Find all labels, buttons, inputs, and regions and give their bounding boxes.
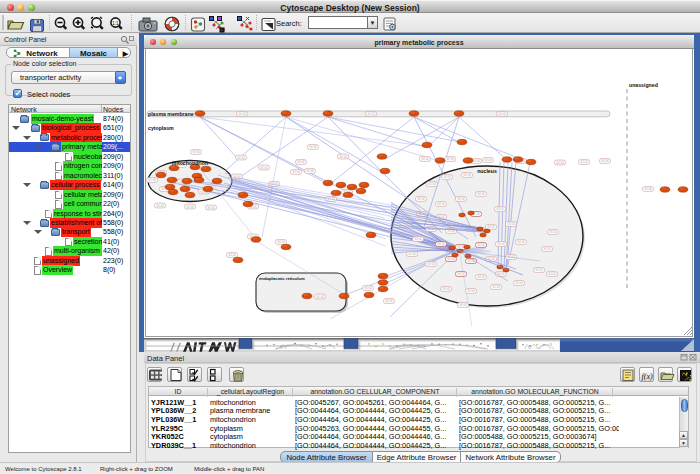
svg-text:GO:44: GO:44: [428, 182, 436, 186]
svg-text:GO:44: GO:44: [237, 156, 245, 160]
svg-text:GO:44: GO:44: [556, 161, 564, 165]
svg-text:GO:44: GO:44: [477, 243, 485, 247]
svg-text:GO:44: GO:44: [535, 268, 543, 272]
svg-text:GO:44: GO:44: [316, 295, 324, 299]
svg-text:GO:44: GO:44: [309, 145, 317, 149]
svg-text:GO:44: GO:44: [148, 178, 156, 182]
svg-text:GO:44: GO:44: [421, 157, 429, 161]
svg-text:GO:44: GO:44: [186, 205, 194, 209]
svg-text:GO:44: GO:44: [292, 170, 300, 174]
svg-text:GO:44: GO:44: [459, 303, 467, 307]
svg-text:GO:44: GO:44: [507, 222, 515, 226]
svg-text:GO:44: GO:44: [487, 225, 495, 229]
svg-text:GO:44: GO:44: [543, 247, 551, 251]
svg-text:plasma membrane: plasma membrane: [148, 111, 194, 117]
svg-text:GO:44: GO:44: [467, 289, 475, 293]
svg-text:GO:44: GO:44: [467, 259, 475, 263]
svg-text:mitochondrion: mitochondrion: [172, 160, 208, 166]
svg-text:GO:44: GO:44: [207, 206, 215, 210]
svg-text:GO:44: GO:44: [417, 197, 425, 201]
svg-text:1:1: 1:1: [112, 21, 119, 26]
svg-text:GO:44: GO:44: [238, 112, 246, 116]
svg-text:GO:44: GO:44: [601, 159, 609, 163]
svg-text:GO:44: GO:44: [487, 257, 495, 261]
svg-text:GO:44: GO:44: [447, 257, 455, 261]
svg-text:unassigned: unassigned: [629, 82, 658, 88]
svg-text:GO:44: GO:44: [339, 155, 347, 159]
svg-text:GO:44: GO:44: [277, 240, 285, 244]
svg-text:GO:44: GO:44: [580, 160, 588, 164]
svg-text:GO:44: GO:44: [367, 112, 375, 116]
svg-text:GO:44: GO:44: [192, 150, 200, 154]
svg-text:GO:44: GO:44: [437, 242, 445, 246]
svg-text:GO:44: GO:44: [477, 275, 485, 279]
svg-text:GO:44: GO:44: [549, 230, 557, 234]
svg-text:GO:44: GO:44: [408, 252, 416, 256]
svg-text:GO:44: GO:44: [260, 166, 268, 170]
svg-text:GO:44: GO:44: [306, 169, 314, 173]
svg-text:GO:44: GO:44: [228, 253, 236, 257]
svg-text:GO:44: GO:44: [497, 242, 505, 246]
svg-text:GO:44: GO:44: [498, 112, 506, 116]
svg-text:f(x): f(x): [642, 372, 653, 381]
svg-text:GO:44: GO:44: [496, 207, 504, 211]
svg-text:GO:44: GO:44: [443, 175, 451, 179]
svg-text:GO:44: GO:44: [414, 237, 422, 241]
svg-text:GO:44: GO:44: [484, 158, 492, 162]
svg-text:GO:44: GO:44: [446, 157, 454, 161]
svg-text:GO:44: GO:44: [517, 240, 525, 244]
svg-text:GO:44: GO:44: [515, 281, 523, 285]
svg-text:nucleus: nucleus: [477, 168, 497, 174]
svg-text:GO:44: GO:44: [297, 160, 305, 164]
svg-text:GO:44: GO:44: [644, 187, 652, 191]
svg-text:GO:44: GO:44: [442, 287, 450, 291]
svg-text:GO:44: GO:44: [477, 192, 485, 196]
svg-text:GO:44: GO:44: [364, 286, 372, 290]
svg-text:GO:44: GO:44: [463, 173, 471, 177]
svg-text:endoplasmic reticulum: endoplasmic reticulum: [259, 276, 305, 281]
svg-text:cytoplasm: cytoplasm: [148, 125, 174, 131]
svg-text:GO:44: GO:44: [457, 272, 465, 276]
svg-text:GO:44: GO:44: [437, 202, 445, 206]
svg-text:GO:44: GO:44: [385, 299, 393, 303]
svg-text:GO:44: GO:44: [156, 204, 164, 208]
svg-text:GO:44: GO:44: [472, 159, 480, 163]
svg-text:GO:44: GO:44: [492, 285, 500, 289]
svg-text:GO:44: GO:44: [548, 272, 556, 276]
svg-text:GO:44: GO:44: [427, 262, 435, 266]
svg-text:GO:44: GO:44: [457, 197, 465, 201]
